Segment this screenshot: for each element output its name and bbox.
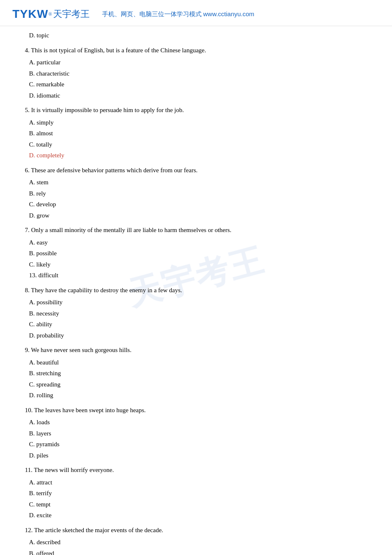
page-header: TYKW® 天宇考王 手机、网页、电脑三位一体学习模式 www.cctianyu… (0, 0, 392, 26)
option-5b: B. almost (29, 128, 367, 139)
option-6d: D. grow (29, 210, 367, 221)
option-11b: B. terrify (29, 488, 367, 499)
option-9d: D. rolling (29, 390, 367, 401)
option-5a: A. simply (29, 117, 367, 128)
option-7-13: 13. difficult (29, 270, 367, 281)
option-6a: A. stem (29, 177, 367, 188)
option-10b: B. layers (29, 428, 367, 439)
option-7a: A. easy (29, 237, 367, 248)
question-9: 9. We have never seen such gorgeous hill… (25, 345, 367, 356)
option-6c: C. develop (29, 199, 367, 210)
option-8c: C. ability (29, 319, 367, 330)
option-6b: B. rely (29, 188, 367, 199)
option-11d: D. excite (29, 510, 367, 521)
question-5: 5. It is virtually impossible to persuad… (25, 105, 367, 116)
option-4c: C. remarkable (29, 79, 367, 90)
option-7b: B. possible (29, 248, 367, 259)
option-12b: B. offered (29, 548, 367, 555)
logo-chinese: 天宇考王 (53, 8, 90, 20)
option-5d: D. completely (29, 150, 367, 161)
logo-registered: ® (48, 11, 52, 17)
option-4a: A. particular (29, 57, 367, 68)
questions-content: D. topic 4. This is not typical of Engli… (0, 30, 392, 555)
option-8a: A. possibility (29, 297, 367, 308)
option-10a: A. loads (29, 417, 367, 428)
option-10c: C. pyramids (29, 439, 367, 450)
logo-tykw: TYKW (12, 7, 48, 21)
question-7: 7. Only a small minority of the mentally… (25, 225, 367, 236)
option-9b: B. stretching (29, 368, 367, 379)
option-8b: B. necessity (29, 308, 367, 319)
header-tagline: 手机、网页、电脑三位一体学习模式 www.cctianyu.com (102, 10, 255, 18)
question-6: 6. These are defensive behavior patterns… (25, 165, 367, 176)
option-5c: C. totally (29, 139, 367, 150)
option-11a: A. attract (29, 477, 367, 488)
question-4: 4. This is not typical of English, but i… (25, 45, 367, 56)
option-11c: C. tempt (29, 499, 367, 510)
option-9c: C. spreading (29, 379, 367, 390)
option-4b: B. characteristic (29, 68, 367, 79)
question-12: 12. The article sketched the major event… (25, 525, 367, 536)
option-8d: D. probability (29, 330, 367, 341)
question-10: 10. The leaves have been swept into huge… (25, 405, 367, 416)
question-11: 11. The news will horrify everyone. (25, 465, 367, 476)
option-9a: A. beautiful (29, 357, 367, 368)
option-10d: D. piles (29, 450, 367, 461)
option-7c: C. likely (29, 259, 367, 270)
logo: TYKW® 天宇考王 (12, 7, 90, 21)
option-4d: D. idiomatic (29, 90, 367, 101)
option-12a: A. described (29, 537, 367, 548)
question-8: 8. They have the capability to destroy t… (25, 285, 367, 296)
option-d-topic: D. topic (29, 30, 367, 41)
